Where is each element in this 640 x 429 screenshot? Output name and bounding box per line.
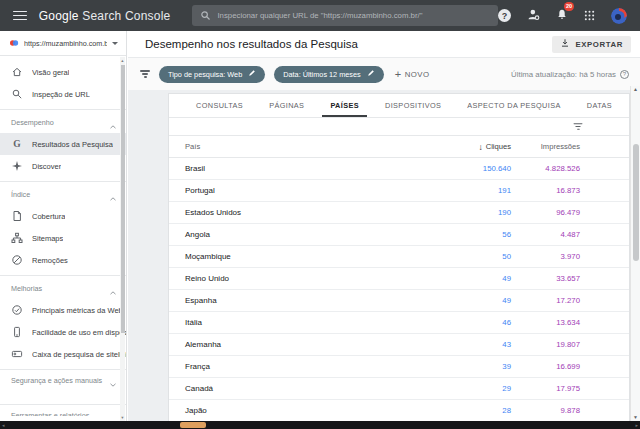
sitelinks-icon	[11, 348, 23, 360]
sidebar-item-caixa-de-pesquisa-de-sitelinks[interactable]: Caixa de pesquisa de sitelinks	[0, 343, 126, 365]
tab-dispositivos[interactable]: DISPOSITIVOS	[372, 94, 454, 117]
sidebar-item-discover[interactable]: Discover	[0, 155, 126, 177]
help-small-icon[interactable]: ?	[620, 70, 629, 79]
tab-datas[interactable]: DATAS	[574, 94, 625, 117]
table-row[interactable]: Alemanha 43 19.807	[169, 334, 629, 356]
sidebar-item-principais-metricas-da-web[interactable]: Principais métricas da Web	[0, 299, 126, 321]
plus-icon: +	[395, 69, 402, 80]
table-row[interactable]: Canadá 29 17.975	[169, 378, 629, 400]
sidebar-item-resultados-da-pesquisa[interactable]: G Resultados da Pesquisa	[0, 133, 126, 155]
sidebar-item-visao-geral[interactable]: Visão geral	[0, 61, 126, 83]
tab-paises[interactable]: PAÍSES	[317, 94, 372, 117]
page-header: Desempenho nos resultados da Pesquisa EX…	[128, 31, 640, 58]
tab-paginas[interactable]: PÁGINAS	[256, 94, 317, 117]
table-row[interactable]: Itália 46 13.634	[169, 312, 629, 334]
help-icon[interactable]: ?	[498, 9, 511, 22]
tab-consultas[interactable]: CONSULTAS	[183, 94, 256, 117]
sidebar-section-legados[interactable]: Ferramentas e relatórios legados	[0, 408, 126, 416]
coverage-icon	[11, 210, 23, 222]
sidebar-section-seguranca[interactable]: Segurança e ações manuais	[0, 373, 126, 400]
sidebar-scrollbar-thumb[interactable]	[121, 65, 125, 333]
app-logo: Google Search Console	[39, 9, 171, 23]
dimension-tabs: CONSULTASPÁGINASPAÍSESDISPOSITIVOSASPECT…	[169, 94, 629, 118]
table-row[interactable]: Estados Unidos 190 96.479	[169, 202, 629, 224]
table-row[interactable]: Moçambique 50 3.970	[169, 246, 629, 268]
performance-card: CONSULTASPÁGINASPAÍSESDISPOSITIVOSASPECT…	[168, 93, 630, 421]
search-icon	[200, 7, 211, 25]
sidebar-item-sitemaps[interactable]: Sitemaps	[0, 227, 126, 249]
scroll-up-icon[interactable]: ▴	[120, 58, 125, 63]
sidebar-section-desempenho[interactable]: Desempenho	[0, 113, 126, 133]
table-row[interactable]: Brasil 150.640 4.828.526	[169, 158, 629, 180]
table-filter-icon[interactable]	[574, 123, 583, 130]
chevron-down-icon	[108, 411, 118, 416]
removals-icon	[11, 254, 23, 266]
sidebar-item-remocoes[interactable]: Remoções	[0, 249, 126, 271]
web-vitals-icon	[11, 304, 23, 316]
chevron-down-icon	[108, 376, 118, 386]
edit-icon	[248, 69, 256, 79]
table-row[interactable]: Reino Unido 49 33.657	[169, 268, 629, 290]
home-icon	[11, 66, 23, 78]
scroll-left-icon[interactable]: ◂	[2, 421, 5, 429]
notifications-icon[interactable]: 20	[556, 7, 568, 25]
menu-icon[interactable]	[13, 11, 27, 21]
mobile-usability-icon	[11, 326, 23, 338]
scroll-down-icon[interactable]: ▾	[120, 415, 125, 420]
table-body: Brasil 150.640 4.828.526 Portugal 191 16…	[169, 158, 629, 422]
horizontal-scrollbar-thumb[interactable]	[180, 422, 206, 428]
filter-chip-date-range[interactable]: Data: Últimos 12 meses	[274, 66, 383, 83]
last-update: Última atualização: há 5 horas ?	[511, 70, 629, 79]
filter-chip-search-type[interactable]: Tipo de pesquisa: Web	[159, 66, 265, 83]
edit-icon	[367, 69, 375, 79]
download-icon	[560, 38, 570, 50]
chevron-down-icon	[112, 42, 118, 45]
divider	[0, 369, 126, 370]
sidebar-section-indice[interactable]: Índice	[0, 185, 126, 205]
sort-desc-icon: ↓	[478, 142, 482, 152]
table-row[interactable]: Angola 56 4.487	[169, 224, 629, 246]
divider	[0, 109, 126, 110]
top-app-bar: Google Search Console ? 20	[0, 0, 640, 31]
property-selector[interactable]: https://muzambinho.com.br/	[0, 31, 126, 56]
table-row[interactable]: Japão 28 9.878	[169, 400, 629, 422]
new-filter-button[interactable]: + NOVO	[395, 69, 430, 80]
notification-badge: 20	[564, 2, 574, 11]
page-title: Desempenho nos resultados da Pesquisa	[145, 38, 358, 50]
column-header-country[interactable]: País	[169, 142, 391, 151]
chevron-up-icon	[108, 190, 118, 200]
vertical-scrollbar-thumb[interactable]	[633, 144, 639, 261]
table-row[interactable]: França 39 16.699	[169, 356, 629, 378]
tab-aspecto-da-pesquisa[interactable]: ASPECTO DA PESQUISA	[454, 94, 573, 117]
table-row[interactable]: Portugal 191 16.873	[169, 180, 629, 202]
horizontal-scrollbar[interactable]: ◂ ▸	[0, 421, 640, 429]
scroll-right-icon[interactable]: ▸	[635, 421, 638, 429]
table-toolbar	[169, 118, 629, 136]
url-inspection-searchbox[interactable]	[192, 5, 498, 26]
sidebar-section-melhorias[interactable]: Melhorias	[0, 279, 126, 299]
sidebar-item-cobertura[interactable]: Cobertura	[0, 205, 126, 227]
property-url: https://muzambinho.com.br/	[24, 39, 107, 48]
export-button[interactable]: EXPORTAR	[552, 36, 631, 53]
column-header-impressions[interactable]: Impressões	[511, 142, 580, 151]
divider	[0, 404, 126, 405]
sidebar-item-inspecao-de-url[interactable]: Inspeção de URL	[0, 83, 126, 105]
filter-list-icon[interactable]	[140, 70, 150, 77]
inspect-url-icon	[11, 88, 23, 100]
search-input[interactable]	[217, 11, 490, 20]
sidebar: https://muzambinho.com.br/ Visão geral I…	[0, 31, 127, 421]
sidebar-item-facilidade-de-uso[interactable]: Facilidade de uso em dispos...	[0, 321, 126, 343]
sitemaps-icon	[11, 232, 23, 244]
vertical-scrollbar[interactable]: ▲ ▼	[630, 86, 640, 421]
divider	[0, 181, 126, 182]
table-row[interactable]: Espanha 49 17.270	[169, 290, 629, 312]
avatar[interactable]	[611, 8, 627, 24]
scroll-down-icon[interactable]: ▼	[631, 414, 640, 421]
apps-grid-icon[interactable]	[584, 7, 595, 25]
scroll-up-icon[interactable]: ▲	[631, 86, 640, 93]
sidebar-scrollbar[interactable]: ▴ ▾	[120, 57, 125, 421]
account-settings-icon[interactable]	[527, 7, 540, 25]
content-area: CONSULTASPÁGINASPAÍSESDISPOSITIVOSASPECT…	[128, 90, 640, 421]
main-area: Desempenho nos resultados da Pesquisa EX…	[128, 31, 640, 421]
column-header-clicks[interactable]: ↓ Cliques	[391, 142, 511, 152]
